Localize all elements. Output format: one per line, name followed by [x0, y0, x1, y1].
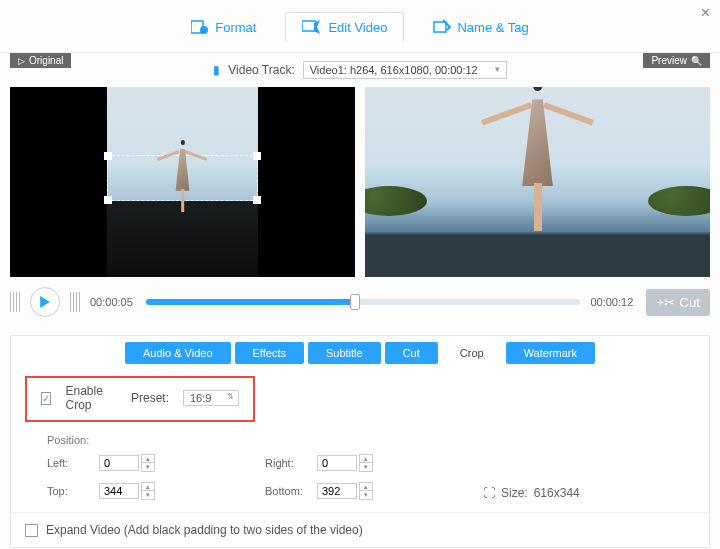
- cut-button-label: Cut: [679, 295, 700, 310]
- video-panes: [0, 87, 720, 277]
- tab-name-tag-label: Name & Tag: [457, 20, 528, 35]
- top-stepper[interactable]: ▴▾: [141, 482, 155, 500]
- subtab-cut[interactable]: Cut: [385, 342, 438, 364]
- bottom-input[interactable]: [317, 483, 357, 499]
- original-badge[interactable]: Original: [10, 53, 71, 68]
- slider-thumb[interactable]: [350, 294, 360, 310]
- size-value: 616x344: [534, 486, 580, 500]
- enable-crop-checkbox[interactable]: ✓: [41, 392, 51, 405]
- person-figure: [165, 140, 201, 212]
- position-block: Position: Left: ▴▾ Top: ▴▾ Right: ▴▾ Bot…: [11, 428, 709, 512]
- bottom-stepper[interactable]: ▴▾: [359, 482, 373, 500]
- left-stepper[interactable]: ▴▾: [141, 454, 155, 472]
- edit-panel: Audio & Video Effects Subtitle Cut Crop …: [10, 335, 710, 548]
- tab-edit-video[interactable]: Edit Video: [285, 12, 404, 42]
- enable-crop-row: ✓ Enable Crop Preset: 16:9: [25, 376, 255, 422]
- format-icon: [191, 19, 209, 35]
- playback-row: 00:00:05 00:00:12 +✂ Cut: [0, 277, 720, 331]
- size-label: Size:: [501, 486, 528, 500]
- expand-video-checkbox[interactable]: [25, 524, 38, 537]
- preview-badge-label: Preview: [651, 55, 687, 66]
- right-input[interactable]: [317, 455, 357, 471]
- close-icon[interactable]: ×: [701, 4, 710, 22]
- subtab-watermark[interactable]: Watermark: [506, 342, 595, 364]
- svg-rect-2: [302, 21, 316, 31]
- time-current: 00:00:05: [90, 296, 136, 308]
- right-stepper[interactable]: ▴▾: [359, 454, 373, 472]
- left-label: Left:: [47, 457, 91, 469]
- tab-format[interactable]: Format: [174, 12, 273, 42]
- timeline-slider[interactable]: [146, 299, 580, 305]
- bottom-label: Bottom:: [265, 485, 309, 497]
- tab-name-tag[interactable]: Name & Tag: [416, 12, 545, 42]
- preview-badge[interactable]: Preview: [643, 53, 710, 68]
- top-input[interactable]: [99, 483, 139, 499]
- tab-format-label: Format: [215, 20, 256, 35]
- preview-pane[interactable]: [365, 87, 710, 277]
- grip-right-icon: [70, 292, 80, 312]
- top-tabs: Format Edit Video Name & Tag: [0, 0, 720, 53]
- track-row: ▮ Video Track: Video1: h264, 616x1080, 0…: [0, 53, 720, 87]
- tab-edit-video-label: Edit Video: [328, 20, 387, 35]
- scissors-icon: +✂: [656, 295, 675, 310]
- right-label: Right:: [265, 457, 309, 469]
- left-input[interactable]: [99, 455, 139, 471]
- original-badge-label: Original: [29, 55, 63, 66]
- preset-value: 16:9: [190, 392, 211, 404]
- sub-tabs: Audio & Video Effects Subtitle Cut Crop …: [11, 336, 709, 370]
- svg-point-1: [200, 26, 208, 34]
- person-figure: [498, 87, 578, 231]
- subtab-subtitle[interactable]: Subtitle: [308, 342, 381, 364]
- edit-video-icon: [302, 19, 322, 35]
- name-tag-icon: [433, 19, 451, 35]
- play-button[interactable]: [30, 287, 60, 317]
- grip-left-icon: [10, 292, 20, 312]
- preset-select[interactable]: 16:9: [183, 390, 239, 406]
- track-label: Video Track:: [228, 63, 294, 77]
- track-select-value: Video1: h264, 616x1080, 00:00:12: [310, 64, 478, 76]
- position-title: Position:: [47, 434, 681, 446]
- subtab-effects[interactable]: Effects: [235, 342, 304, 364]
- expand-video-row: Expand Video (Add black padding to two s…: [11, 512, 709, 547]
- enable-crop-label: Enable Crop: [65, 384, 117, 412]
- expand-video-label: Expand Video (Add black padding to two s…: [46, 523, 363, 537]
- dimensions-icon: ⛶: [483, 486, 495, 500]
- preset-label: Preset:: [131, 391, 169, 405]
- top-label: Top:: [47, 485, 91, 497]
- subtab-audio-video[interactable]: Audio & Video: [125, 342, 231, 364]
- film-icon: ▮: [213, 63, 220, 77]
- track-select[interactable]: Video1: h264, 616x1080, 00:00:12: [303, 61, 507, 79]
- cut-button[interactable]: +✂ Cut: [646, 289, 710, 316]
- time-total: 00:00:12: [590, 296, 636, 308]
- svg-rect-3: [434, 22, 446, 32]
- original-pane[interactable]: [10, 87, 355, 277]
- subtab-crop[interactable]: Crop: [442, 342, 502, 364]
